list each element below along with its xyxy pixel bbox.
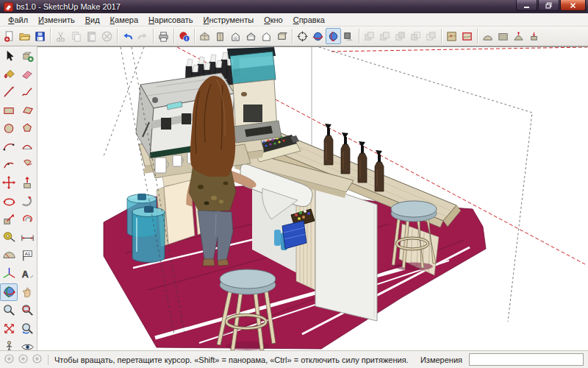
undo-button[interactable]: [120, 28, 135, 44]
pie-tool[interactable]: [18, 156, 36, 174]
solid-intersect-button[interactable]: [423, 28, 439, 44]
measurements-input[interactable]: [469, 353, 584, 366]
scale-tool[interactable]: [0, 210, 18, 228]
shadows-button[interactable]: [341, 28, 356, 44]
make-component-tool[interactable]: [18, 47, 36, 65]
three-point-arc-tool[interactable]: [0, 156, 18, 174]
close-button[interactable]: [560, 0, 586, 11]
view-side-button[interactable]: [212, 28, 228, 44]
zoom-previous-tool[interactable]: [18, 319, 36, 337]
open-button[interactable]: [17, 28, 32, 44]
rotate-tool[interactable]: [0, 193, 18, 210]
view-top-button[interactable]: [243, 28, 259, 44]
stamp-button[interactable]: [526, 28, 542, 44]
menu-item-view[interactable]: Вид: [80, 15, 105, 25]
circle-tool[interactable]: [0, 120, 18, 138]
rotated-rectangle-tool[interactable]: [18, 102, 36, 119]
copy-icon: [70, 30, 82, 43]
polygon-tool[interactable]: [18, 120, 36, 138]
menu-item-help[interactable]: Справка: [288, 15, 330, 25]
solid-intersect-icon: [425, 30, 437, 43]
push-pull-tool[interactable]: [18, 174, 36, 192]
menu-item-camera[interactable]: Камера: [105, 15, 143, 25]
two-point-arc-tool[interactable]: [18, 138, 36, 155]
view-plan-button[interactable]: [274, 28, 290, 44]
orbit-tool[interactable]: [0, 283, 18, 301]
arc-tool[interactable]: [0, 138, 18, 155]
model-info-button[interactable]: i: [176, 28, 192, 44]
solid-outer-shell-button[interactable]: [362, 28, 377, 44]
line-tool[interactable]: [0, 83, 18, 101]
redo-button[interactable]: [135, 28, 151, 44]
orbit-active-button[interactable]: [326, 28, 341, 44]
menu-item-edit[interactable]: Изменить: [33, 15, 80, 25]
solid-trim-button[interactable]: [408, 28, 423, 44]
offset-tool[interactable]: [18, 210, 36, 228]
new-button[interactable]: [1, 28, 17, 44]
copy-button[interactable]: [68, 28, 84, 44]
claim-icon[interactable]: [32, 353, 42, 367]
view-back-button[interactable]: [259, 28, 274, 44]
tape-measure-tool[interactable]: [0, 229, 18, 247]
status-bar: Чтобы вращать, перетащите курсор. «Shift…: [0, 350, 588, 368]
freehand-tool[interactable]: [18, 83, 36, 101]
title-bar[interactable]: bs1.0 - SketchUp Make 2017: [0, 0, 588, 13]
toggle-terrain-button[interactable]: [459, 28, 475, 44]
toolbar-separator: [477, 29, 478, 43]
view-front-button[interactable]: [228, 28, 243, 44]
minimize-button[interactable]: [516, 0, 537, 11]
add-location-button[interactable]: [444, 28, 459, 44]
view-plan-icon: [276, 30, 288, 43]
sandbox-contours-button[interactable]: [480, 28, 495, 44]
zoom-extents-icon: [1, 321, 17, 336]
three-d-text-tool[interactable]: A: [18, 265, 36, 283]
circle-icon: [1, 121, 17, 136]
zoom-tool[interactable]: [0, 302, 18, 319]
select-tool[interactable]: [0, 47, 18, 65]
solid-subtract-button[interactable]: [392, 28, 408, 44]
smoove-button[interactable]: [511, 28, 526, 44]
zoom-extents-tool[interactable]: [0, 319, 18, 337]
save-button[interactable]: [32, 28, 48, 44]
pan-tool[interactable]: [18, 283, 36, 301]
delete-button[interactable]: [99, 28, 115, 44]
view-side-icon: [214, 30, 226, 43]
dimension-tool[interactable]: [18, 229, 36, 247]
restore-button[interactable]: [538, 0, 559, 11]
solid-union-button[interactable]: [377, 28, 392, 44]
move-tool[interactable]: [0, 174, 18, 192]
orbit-icon: [1, 284, 17, 300]
text-tool[interactable]: A1: [18, 247, 36, 265]
rectangle-tool[interactable]: [0, 102, 18, 119]
paint-bucket-tool[interactable]: [0, 66, 18, 83]
window-title: bs1.0 - SketchUp Make 2017: [16, 2, 516, 11]
sandbox-contours-icon: [481, 30, 494, 43]
menu-item-file[interactable]: Файл: [3, 15, 33, 25]
position-camera-button[interactable]: [295, 28, 310, 44]
geolocate-icon[interactable]: [4, 353, 14, 367]
delete-icon: [101, 30, 113, 43]
menu-item-draw[interactable]: Нарисовать: [143, 15, 198, 25]
zoom-window-tool[interactable]: [18, 302, 36, 319]
cut-button[interactable]: [53, 28, 68, 44]
pie-icon: [20, 158, 35, 173]
sandbox-scratch-button[interactable]: [495, 28, 511, 44]
orbit-button[interactable]: [310, 28, 326, 44]
eraser-tool[interactable]: [18, 66, 36, 83]
view-iso-button[interactable]: [197, 28, 212, 44]
model-viewport[interactable]: [37, 46, 588, 350]
menu-item-tools[interactable]: Инструменты: [198, 15, 259, 25]
follow-me-tool[interactable]: [18, 193, 36, 210]
axes-tool[interactable]: [0, 265, 18, 283]
paste-button[interactable]: [84, 28, 99, 44]
make-component-icon: [20, 49, 35, 64]
menu-item-window[interactable]: Окно: [259, 15, 288, 25]
restore-icon: [545, 2, 552, 9]
credits-icon[interactable]: [18, 353, 28, 367]
protractor-tool[interactable]: [0, 247, 18, 265]
toolbar-group: [53, 28, 115, 44]
status-hint: Чтобы вращать, перетащите курсор. «Shift…: [54, 355, 417, 364]
print-button[interactable]: [156, 28, 171, 44]
sketchup-window: bs1.0 - SketchUp Make 2017 ФайлИзменитьВ…: [0, 0, 588, 368]
three-d-text-icon: A: [20, 266, 35, 282]
